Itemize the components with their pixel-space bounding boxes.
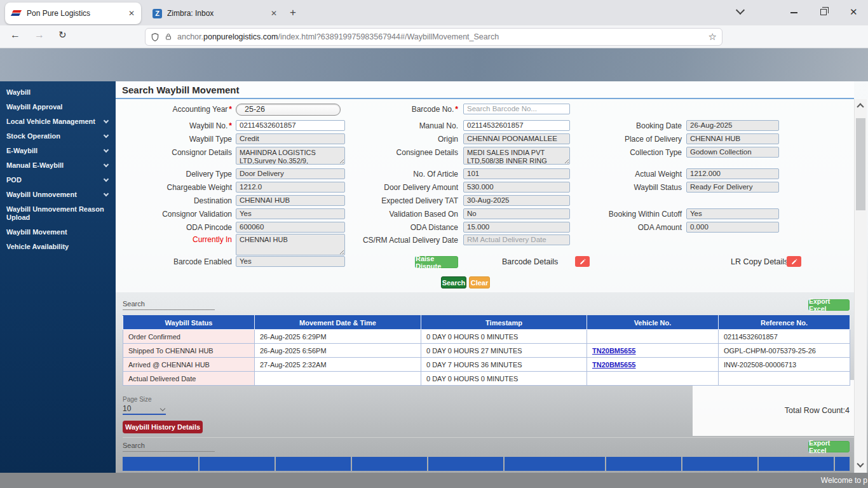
field-label-oda-amount: ODA Amount [540,223,682,232]
vertical-scrollbar[interactable] [854,99,867,473]
tab-close-icon[interactable]: ✕ [271,9,277,18]
sidebar-item-waybill[interactable]: Waybill [0,85,116,100]
field-collection-type[interactable]: Godown Collection [686,147,779,158]
url-text: anchor.ponpurelogistics.com/index.html?6… [177,32,705,41]
status-bar: Welcome to p [0,473,868,488]
field-expected-delivery-tat[interactable]: 30-Aug-2025 [463,195,570,206]
field-cs-rm-actual-delivery-date[interactable]: RM Actual Delivery Date [463,234,570,245]
history-search-input[interactable] [123,442,215,452]
sidebar-item-label: Local Vehicle Management [6,118,95,126]
field-label-accounting-year: Accounting Year* [89,105,232,114]
field-label-delivery-type: Delivery Type [89,170,232,179]
lr-copy-details-edit-button[interactable] [787,256,801,267]
field-booking-within-cutoff[interactable]: Yes [686,208,779,219]
cell-movement-datetime: 26-Aug-2025 6:29PM [255,330,421,344]
sidebar-item-label: POD [6,176,22,184]
tab-close-icon[interactable]: ✕ [128,9,135,18]
forward-button[interactable]: → [34,29,44,41]
vehicle-no-link[interactable]: TN20BM5655 [592,347,635,355]
clear-button[interactable]: Clear [469,276,490,288]
cell-movement-datetime: 27-Aug-2025 2:32AM [255,358,421,372]
browser-tab-strip: Pon Pure Logistics ✕ Z Zimbra: Inbox ✕ +… [0,0,868,25]
tab-pon-pure-logistics[interactable]: Pon Pure Logistics ✕ [5,3,141,24]
chevron-down-icon [160,406,165,411]
cell-vehicle-no [587,330,719,344]
history-col-header [200,457,275,471]
history-col-header [682,457,757,471]
field-label-waybill-status: Waybill Status [540,183,682,192]
field-barcode-enabled[interactable]: Yes [236,256,345,267]
field-value: CHENNAI HUB [240,196,290,204]
history-export-excel-button[interactable]: Export Excel [808,441,850,452]
page-size-select[interactable]: 10 [123,404,166,415]
field-actual-weight[interactable]: 1212.000 [686,168,779,179]
search-button[interactable]: Search [441,276,466,288]
lock-icon [165,32,172,41]
scrollbar-thumb[interactable] [856,118,865,210]
table-row: Order Confirmed26-Aug-2025 6:29PM0 DAY 0… [123,330,850,344]
back-button[interactable]: ← [10,29,20,41]
movement-search-input[interactable] [123,300,215,310]
field-value: Yes [690,210,702,217]
resize-handle-icon [338,248,344,254]
field-booking-date[interactable]: 26-Aug-2025 [686,120,779,131]
field-oda-amount[interactable]: 0.000 [686,222,779,233]
cell-movement-datetime: 26-Aug-2025 6:56PM [255,344,421,358]
sidebar-item-label: Waybill Movement [6,228,67,236]
chevron-down-icon [104,162,109,167]
movement-export-excel-button[interactable]: Export Excel [808,299,850,311]
field-label-place-of-delivery: Place of Delivery [540,135,682,144]
browser-toolbar: ← → ↻ anchor.ponpurelogistics.com/index.… [0,25,868,48]
vehicle-no-link[interactable]: TN20BM5655 [592,361,635,369]
field-value: Door Delivery [240,170,284,177]
waybill-history-details-button[interactable]: Waybill History Details [123,421,203,433]
cell-vehicle-no: TN20BM5655 [587,344,719,358]
field-label-waybill-type: Waybill Type [89,135,232,144]
field-value: 1212.0 [240,183,262,191]
edit-pencil-icon [791,259,797,265]
screen: Pon Pure Logistics ✕ Z Zimbra: Inbox ✕ +… [0,0,868,488]
history-col-header [759,457,834,471]
cell-reference-no: OGPL-CHPM-0075379-25-26 [719,344,850,358]
field-value: 25-26 [245,105,265,114]
cell-waybill-status: Order Confirmed [123,330,255,344]
field-value: No [467,210,477,217]
chevron-down-icon [104,191,109,196]
new-tab-button[interactable]: + [290,6,296,19]
sidebar-item-label: Waybill Unmovement [6,191,77,199]
field-value: Godown Collection [690,148,752,156]
table-row: Arrived @ CHENNAI HUB27-Aug-2025 2:32AM0… [123,358,850,372]
history-col-header [428,457,503,471]
shield-icon[interactable] [151,32,159,42]
tab-list-chevron-icon[interactable] [736,6,745,15]
page-title: Search Waybill Movement [122,85,240,95]
cell-reference-no [719,372,850,386]
cell-timestamp: 0 DAY 0 HOURS 27 MINUTES [421,344,587,358]
field-value: 0.000 [690,223,709,231]
field-value: 600060 [240,223,264,231]
scroll-up-icon[interactable] [857,103,864,110]
field-value: 530.000 [467,183,494,191]
bookmark-star-icon[interactable]: ☆ [709,31,717,43]
resize-handle-icon [338,158,344,163]
field-barcode-no[interactable]: Search Barcode No... [463,104,570,114]
url-bar[interactable]: anchor.ponpurelogistics.com/index.html?6… [145,28,722,46]
field-label-oda-distance: ODA Distance [318,223,458,232]
history-col-header [835,457,850,471]
resize-handle-icon [563,158,569,163]
raise-dispute-button[interactable]: Raise Dispute [415,256,458,268]
field-value: 1212.000 [690,170,721,177]
reload-button[interactable]: ↻ [58,29,67,41]
scroll-down-icon[interactable] [857,460,864,467]
barcode-details-edit-button[interactable] [575,256,590,267]
window-minimize-button[interactable] [790,12,797,13]
field-label-origin: Origin [318,135,458,144]
field-waybill-status[interactable]: Ready For Delivery [686,182,779,193]
history-col-header [123,457,198,471]
tab-zimbra-inbox[interactable]: Z Zimbra: Inbox ✕ [146,3,283,24]
window-close-button[interactable]: ✕ [850,6,858,18]
cell-waybill-status: Shipped To CHENNAI HUB [123,344,255,358]
field-label-consignor-details: Consignor Details [89,148,232,157]
window-restore-button[interactable] [820,9,827,15]
field-place-of-delivery[interactable]: CHENNAI HUB [686,133,779,144]
